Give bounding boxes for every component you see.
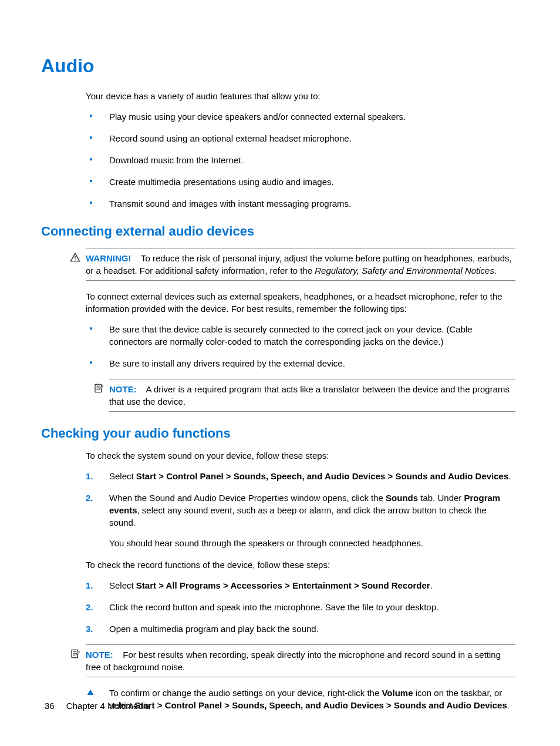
list-item: Be sure that the device cable is securel… xyxy=(86,323,515,348)
arrow-up-icon xyxy=(86,688,95,700)
confirm-pre: To confirm or change the audio settings … xyxy=(109,688,382,698)
intro-para: Your device has a variety of audio featu… xyxy=(86,90,515,102)
list-item: Transmit sound and images with instant m… xyxy=(86,197,515,210)
confirm-post: . xyxy=(507,700,510,710)
section2-para2: To check the record functions of the dev… xyxy=(86,559,515,571)
warning-icon xyxy=(69,252,81,264)
page-footer: 36 Chapter 4 Multimedia xyxy=(45,700,150,712)
note-label: NOTE: xyxy=(86,650,113,660)
note-callout: NOTE: A driver is a required program tha… xyxy=(109,379,515,412)
page-number: 36 xyxy=(45,701,55,711)
warning-callout: WARNING! To reduce the risk of personal … xyxy=(86,248,515,281)
warning-italic: Regulatory, Safety and Environmental Not… xyxy=(315,266,494,275)
confirm-bold2: Start > Control Panel > Sounds, Speech, … xyxy=(134,700,507,710)
list-item: Record sound using an optional external … xyxy=(86,132,515,145)
confirm-item: To confirm or change the audio settings … xyxy=(86,687,515,711)
warning-text-pre xyxy=(134,253,141,263)
page-title: Audio xyxy=(41,53,515,79)
note-text: For best results when recording, speak d… xyxy=(86,650,501,672)
list-item: Play music using your device speakers an… xyxy=(86,110,515,123)
section1-para: To connect external devices such as exte… xyxy=(86,290,515,315)
list-item: Create multimedia presentations using au… xyxy=(86,176,515,188)
list-item: Download music from the Internet. xyxy=(86,154,515,166)
confirm-bold1: Volume xyxy=(382,688,413,698)
section1-tips: Be sure that the device cable is securel… xyxy=(86,323,515,369)
note-label: NOTE: xyxy=(109,384,137,394)
chapter-label: Chapter 4 Multimedia xyxy=(66,701,150,711)
note-spacer xyxy=(116,650,123,660)
list-item: When the Sound and Audio Device Properti… xyxy=(86,492,515,549)
substep: You should hear sound through the speake… xyxy=(109,537,515,549)
step-bold1: Sounds xyxy=(386,493,418,503)
warning-post: . xyxy=(494,266,497,275)
step-pre: Select xyxy=(109,471,136,481)
note-text: A driver is a required program that acts… xyxy=(109,384,510,406)
list-item: Click the record button and speak into t… xyxy=(86,601,515,613)
step-post: , select any sound event, such as a beep… xyxy=(109,505,487,527)
list-item: Select Start > All Programs > Accessorie… xyxy=(86,579,515,592)
step-pre: Select xyxy=(109,580,136,590)
step-bold: Start > All Programs > Accessories > Ent… xyxy=(136,580,430,590)
svg-point-1 xyxy=(75,259,76,260)
steps-sound: Select Start > Control Panel > Sounds, S… xyxy=(86,470,515,549)
note-icon xyxy=(69,648,81,660)
list-item: Select Start > Control Panel > Sounds, S… xyxy=(86,470,515,482)
step-post: . xyxy=(508,471,511,481)
list-item: Be sure to install any drivers required … xyxy=(86,357,515,369)
features-list: Play music using your device speakers an… xyxy=(86,110,515,210)
section-heading-checking: Checking your audio functions xyxy=(41,425,515,443)
note-icon xyxy=(93,383,104,395)
step-bold: Start > Control Panel > Sounds, Speech, … xyxy=(136,471,508,481)
warning-label: WARNING! xyxy=(86,253,131,263)
step-pre: When the Sound and Audio Device Properti… xyxy=(109,493,386,503)
section2-para1: To check the system sound on your device… xyxy=(86,449,515,462)
section-heading-connecting: Connecting external audio devices xyxy=(41,223,515,241)
step-mid: tab. Under xyxy=(418,493,464,503)
note-callout-2: NOTE: For best results when recording, s… xyxy=(86,644,515,677)
note-spacer xyxy=(139,384,146,394)
step-post: . xyxy=(430,580,433,590)
steps-record: Select Start > All Programs > Accessorie… xyxy=(86,579,515,635)
list-item: Open a multimedia program and play back … xyxy=(86,623,515,635)
